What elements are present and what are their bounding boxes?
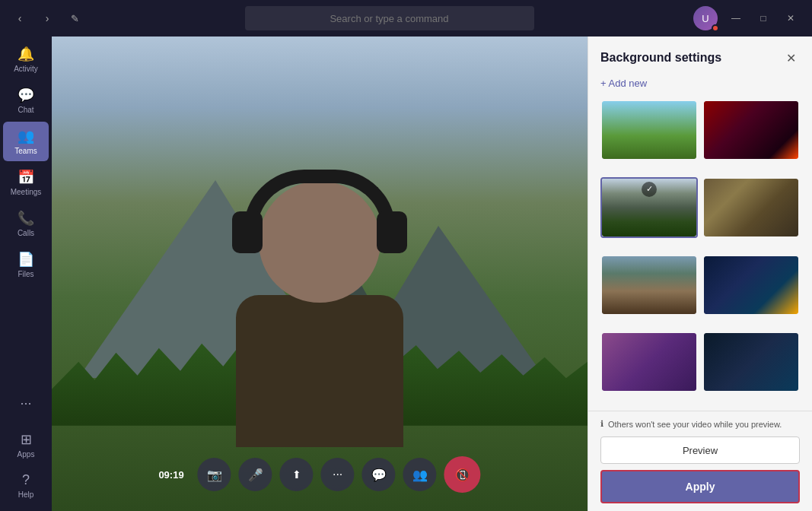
- bg-thumb-game-dark[interactable]: [702, 100, 800, 160]
- add-new-label: + Add new: [600, 78, 647, 89]
- bg-thumb-mountains[interactable]: ✓: [600, 177, 698, 238]
- sidebar-item-activity[interactable]: 🔔 Activity: [3, 40, 49, 79]
- bg-thumb-ruins[interactable]: [702, 177, 800, 238]
- mic-icon: 🎤: [248, 468, 263, 482]
- maximize-button[interactable]: □: [751, 8, 775, 29]
- sidebar-label-teams: Teams: [14, 147, 37, 155]
- bg-thumb-fantasy-door-inner: [602, 256, 696, 314]
- preview-label: Preview: [683, 445, 718, 456]
- headphone-right: [377, 211, 407, 253]
- headphone-left: [232, 211, 263, 253]
- preview-notice-text: Others won't see your video while you pr…: [608, 420, 782, 429]
- files-icon: 📄: [18, 251, 34, 268]
- call-timer: 09:19: [158, 469, 183, 481]
- person-head: [259, 181, 381, 303]
- nav-forward-button[interactable]: ›: [37, 8, 58, 29]
- preview-notice: ℹ Others won't see your video while you …: [600, 419, 800, 429]
- sidebar-item-files[interactable]: 📄 Files: [3, 245, 49, 284]
- bg-thumb-scifi[interactable]: [702, 255, 800, 316]
- camera-button[interactable]: 📷: [198, 458, 231, 491]
- participants-icon: 👥: [412, 468, 428, 482]
- meetings-icon: 📅: [18, 169, 34, 186]
- chat-ctrl-icon: 💬: [371, 468, 387, 482]
- bg-thumb-fantasy-door[interactable]: [600, 255, 698, 316]
- bg-panel-footer: ℹ Others won't see your video while you …: [588, 411, 812, 511]
- bg-thumb-minecraft[interactable]: [600, 100, 698, 160]
- person-body: [236, 295, 403, 447]
- chat-button[interactable]: 💬: [362, 458, 396, 491]
- sidebar-label-help: Help: [18, 490, 34, 499]
- bg-panel-header: Background settings ✕: [588, 36, 812, 73]
- bg-thumb-space-inner: [704, 333, 798, 391]
- calls-icon: 📞: [18, 210, 34, 227]
- sidebar-label-activity: Activity: [14, 65, 38, 73]
- more-options-button[interactable]: ···: [321, 458, 355, 491]
- bg-thumb-game-dark-inner: [704, 101, 798, 159]
- search-input[interactable]: [245, 6, 534, 30]
- sidebar-label-calls: Calls: [18, 229, 34, 237]
- end-call-icon: 📵: [455, 468, 470, 482]
- sidebar: 🔔 Activity 💬 Chat 👥 Teams 📅 Meetings 📞 C…: [0, 36, 52, 511]
- avatar-badge: [712, 24, 719, 32]
- more-icon: ···: [20, 395, 31, 411]
- bg-thumb-purple[interactable]: [600, 332, 698, 392]
- sidebar-label-meetings: Meetings: [11, 188, 42, 196]
- more-icon: ···: [333, 468, 342, 481]
- sidebar-label-apps: Apps: [18, 450, 35, 459]
- sidebar-item-chat[interactable]: 💬 Chat: [3, 81, 49, 120]
- title-bar: ‹ › ✎ U — □ ✕: [0, 0, 812, 36]
- sidebar-item-calls[interactable]: 📞 Calls: [3, 204, 49, 243]
- bg-thumb-ruins-inner: [704, 179, 798, 236]
- activity-icon: 🔔: [18, 46, 34, 62]
- window-controls: — □ ✕: [724, 8, 803, 29]
- sidebar-item-meetings[interactable]: 📅 Meetings: [3, 163, 49, 202]
- background-grid: ✓: [588, 94, 812, 411]
- teams-icon: 👥: [18, 128, 34, 144]
- bg-thumb-minecraft-inner: [602, 101, 696, 159]
- avatar-initials: U: [702, 13, 709, 24]
- bg-thumb-space[interactable]: [702, 332, 800, 392]
- end-call-button[interactable]: 📵: [444, 456, 481, 493]
- participants-button[interactable]: 👥: [403, 458, 437, 491]
- add-new-button[interactable]: + Add new: [588, 73, 812, 94]
- share-button[interactable]: ⬆: [280, 458, 314, 491]
- help-icon: ?: [22, 472, 30, 488]
- apply-label: Apply: [686, 481, 715, 493]
- share-icon: ⬆: [292, 468, 301, 481]
- apply-button[interactable]: Apply: [600, 470, 800, 503]
- compose-button[interactable]: ✎: [64, 8, 85, 29]
- bg-thumb-purple-inner: [602, 333, 696, 391]
- person-silhouette: [236, 181, 403, 440]
- title-bar-right: U — □ ✕: [693, 6, 803, 30]
- close-button[interactable]: ✕: [779, 8, 803, 29]
- sidebar-item-teams[interactable]: 👥 Teams: [3, 122, 49, 161]
- sidebar-item-help[interactable]: ? Help: [3, 466, 49, 505]
- avatar[interactable]: U: [693, 6, 718, 30]
- info-icon: ℹ: [600, 419, 603, 429]
- bg-settings-panel: Background settings ✕ + Add new ✓: [588, 36, 812, 511]
- video-container: 09:19 📷 🎤 ⬆ ··· 💬 👥 📵: [52, 36, 588, 511]
- call-controls: 09:19 📷 🎤 ⬆ ··· 💬 👥 📵: [158, 456, 480, 493]
- bg-panel-title: Background settings: [600, 51, 721, 65]
- sidebar-item-more[interactable]: ···: [3, 389, 49, 417]
- selected-check-icon: ✓: [642, 182, 657, 197]
- sidebar-item-apps[interactable]: ⊞ Apps: [3, 425, 49, 465]
- close-panel-button[interactable]: ✕: [782, 49, 800, 67]
- title-bar-left: ‹ › ✎: [9, 8, 85, 29]
- apps-icon: ⊞: [21, 431, 32, 448]
- sidebar-label-chat: Chat: [18, 106, 33, 114]
- minimize-button[interactable]: —: [724, 8, 748, 29]
- preview-button[interactable]: Preview: [600, 436, 800, 464]
- nav-back-button[interactable]: ‹: [9, 8, 30, 29]
- sidebar-label-files: Files: [18, 270, 33, 278]
- bg-thumb-scifi-inner: [704, 256, 798, 314]
- mic-button[interactable]: 🎤: [239, 458, 272, 491]
- main-layout: 🔔 Activity 💬 Chat 👥 Teams 📅 Meetings 📞 C…: [0, 36, 812, 511]
- camera-icon: 📷: [207, 468, 222, 482]
- chat-icon: 💬: [18, 87, 34, 103]
